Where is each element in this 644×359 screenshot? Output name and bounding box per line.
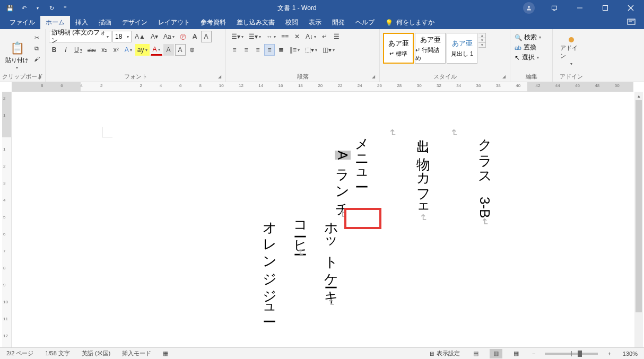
select-button[interactable]: ↖選択▾ [514, 53, 549, 62]
replace-button[interactable]: ab置換 [514, 43, 549, 52]
superscript-button[interactable]: x² [111, 44, 121, 56]
display-settings[interactable]: 🖥表示設定 [427, 349, 462, 357]
scroll-thumb[interactable] [636, 100, 642, 312]
tab-review[interactable]: 校閲 [280, 16, 303, 29]
cut-icon[interactable]: ✂ [32, 33, 41, 42]
char-shading-button[interactable]: A [163, 44, 174, 56]
multilevel-list-button[interactable]: ↔ [264, 31, 278, 42]
align-justify-button[interactable]: ≡ [264, 44, 275, 56]
undo-dropdown[interactable]: ▾ [32, 2, 43, 14]
align-center-button[interactable]: ≡ [241, 44, 251, 56]
bullets-button[interactable]: ☰▾ [229, 31, 246, 42]
line-spacing-button[interactable]: ‖≡ [288, 44, 302, 56]
phonetic-guide-button[interactable]: ㋐ [178, 31, 188, 42]
strikethrough-button[interactable]: abc [85, 44, 98, 56]
share-button[interactable] [623, 16, 640, 29]
zoom-slider[interactable] [545, 353, 598, 355]
shading-button[interactable]: ⬚▾ [303, 44, 319, 56]
web-layout-view[interactable]: ▦ [510, 349, 523, 358]
tab-file[interactable]: ファイル [4, 16, 40, 29]
style-heading1[interactable]: あア亜 見出し 1 [447, 33, 477, 64]
read-mode-view[interactable]: ▤ [469, 349, 482, 358]
horizontal-ruler[interactable]: 8642246810121416182022242628303234363840… [12, 82, 633, 92]
font-name-combo[interactable]: 游明朝 (本文のフォン▾ [49, 31, 111, 42]
underline-button[interactable]: U [72, 44, 84, 56]
text-col-coffee[interactable]: コーヒー↵ [291, 213, 310, 258]
tab-help[interactable]: ヘルプ [350, 16, 380, 29]
maximize-button[interactable] [593, 0, 617, 16]
grow-font-button[interactable]: A▲ [133, 31, 147, 42]
shrink-font-button[interactable]: A▾ [149, 31, 160, 42]
tab-developer[interactable]: 開発 [327, 16, 350, 29]
addins-button[interactable]: アドイン ▾ [556, 31, 587, 66]
selected-letter-a[interactable]: A [335, 151, 351, 160]
zoom-out-button[interactable]: − [530, 351, 537, 357]
format-painter-icon[interactable]: 🖌 [32, 54, 41, 64]
clear-formatting-button[interactable]: A̶ [189, 31, 200, 42]
tab-view[interactable]: 表示 [303, 16, 327, 29]
tab-mailings[interactable]: 差し込み文書 [231, 16, 280, 29]
document-area[interactable]: クラス 3-B↵ ↵ 出し物 カフェ↵ ↵ メニュー Aランチ↵ ホットケーキ↵… [12, 92, 633, 347]
char-border-button[interactable]: A [175, 44, 186, 56]
increase-indent-button[interactable]: ✕ [292, 31, 302, 42]
borders-button[interactable]: ◫▾ [320, 44, 337, 56]
highlight-button[interactable]: ay [135, 44, 150, 56]
text-col-event[interactable]: 出し物 カフェ↵ [414, 129, 433, 223]
subscript-button[interactable]: x₂ [99, 44, 110, 56]
align-left-button[interactable]: ≡ [229, 44, 240, 56]
styles-launcher[interactable]: ◢ [502, 74, 508, 80]
minimize-button[interactable] [568, 0, 592, 16]
decrease-indent-button[interactable]: ≡≡ [279, 31, 291, 42]
vertical-ruler[interactable]: 21123456789101112 [2, 92, 12, 347]
text-col-class[interactable]: クラス 3-B↵ [475, 129, 494, 227]
save-icon[interactable]: 💾 [4, 2, 16, 14]
clipboard-launcher[interactable]: ◢ [38, 74, 43, 80]
tell-me-search[interactable]: 💡 何をしますか [380, 16, 440, 29]
italic-button[interactable]: I [60, 44, 71, 56]
align-right-button[interactable]: ≡ [253, 44, 263, 56]
zoom-level[interactable]: 130% [621, 351, 640, 357]
text-col-hotcake[interactable]: ホットケーキ↵ [321, 213, 341, 308]
tab-design[interactable]: デザイン [117, 16, 153, 29]
undo-icon[interactable]: ↶ [18, 2, 30, 14]
print-layout-view[interactable]: ▥ [490, 349, 502, 358]
font-launcher[interactable]: ◢ [218, 74, 223, 80]
style-gallery-nav[interactable]: ▴▾▾ [478, 33, 486, 48]
ribbon-display-options-icon[interactable] [542, 0, 567, 16]
enclose-char-button[interactable]: A [201, 31, 212, 42]
change-case-button[interactable]: Aa [161, 31, 177, 42]
enclose-characters-button[interactable]: ⊕ [187, 44, 197, 56]
font-size-combo[interactable]: 18▾ [112, 31, 132, 42]
asian-layout-button[interactable]: A↓ [303, 31, 318, 42]
text-col-empty1[interactable]: ↵ [445, 129, 464, 138]
tab-draw[interactable]: 描画 [93, 16, 117, 29]
text-effects-button[interactable]: A [123, 44, 134, 56]
scroll-up-icon[interactable]: ▴ [634, 92, 643, 100]
word-count-status[interactable]: 1/58 文字 [43, 349, 72, 357]
close-button[interactable] [619, 0, 643, 16]
numbering-button[interactable]: ☰▾ [247, 31, 263, 42]
bold-button[interactable]: B [49, 44, 59, 56]
text-col-menu[interactable]: メニュー Aランチ↵ [333, 129, 371, 220]
page-number-status[interactable]: 2/2 ページ [4, 349, 36, 357]
font-color-button[interactable]: A [151, 44, 162, 56]
copy-icon[interactable]: ⧉ [32, 43, 41, 53]
paragraph-launcher[interactable]: ◢ [372, 74, 377, 80]
language-status[interactable]: 英語 (米国) [80, 349, 112, 357]
macro-icon[interactable]: ▦ [161, 350, 170, 357]
tab-layout[interactable]: レイアウト [153, 16, 195, 29]
distribute-button[interactable]: ≣ [276, 44, 286, 56]
show-marks-button[interactable]: ☰ [331, 31, 342, 42]
text-col-orange[interactable]: オレンジジュー [260, 213, 279, 316]
sort-button[interactable]: ↵ [319, 31, 330, 42]
style-normal[interactable]: あア亜 ↵ 標準 [383, 33, 414, 64]
tab-references[interactable]: 参考資料 [195, 16, 231, 29]
text-col-empty2[interactable]: ↵ [383, 129, 402, 138]
zoom-in-button[interactable]: + [605, 351, 613, 357]
tab-insert[interactable]: 挿入 [70, 16, 93, 29]
insert-mode-status[interactable]: 挿入モード [120, 349, 153, 357]
find-button[interactable]: 🔍検索▾ [514, 33, 549, 42]
customize-qat[interactable]: ⁼ [59, 2, 71, 14]
style-no-spacing[interactable]: あア亜 ↵ 行間詰め [415, 33, 446, 64]
tab-home[interactable]: ホーム [40, 16, 70, 29]
